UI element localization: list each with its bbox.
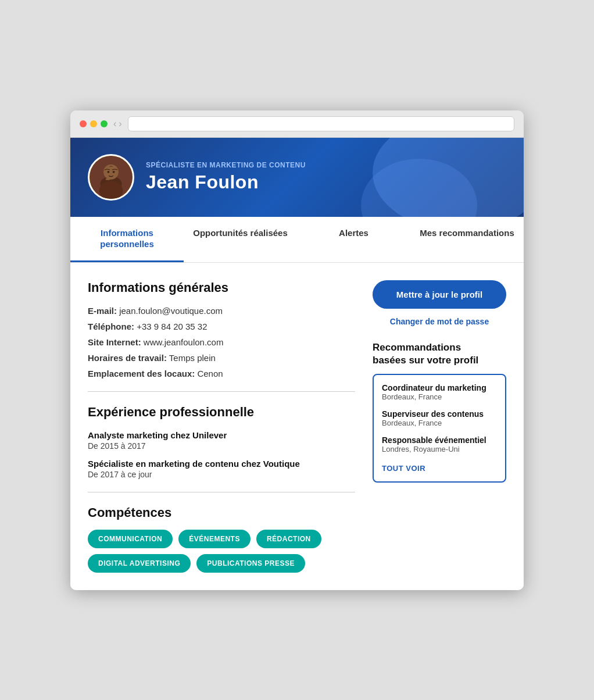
email-label: E-mail: xyxy=(88,306,117,316)
update-profile-button[interactable]: Mettre à jour le profil xyxy=(373,280,506,309)
website-label: Site Internet: xyxy=(88,337,141,347)
phone-label: Téléphone: xyxy=(88,322,134,331)
skills-tags: COMMUNICATION ÉVÉNEMENTS RÉDACTION DIGIT… xyxy=(88,530,355,573)
location-label: Emplacement des locaux: xyxy=(88,369,195,378)
forward-icon[interactable]: › xyxy=(119,119,121,129)
browser-dots xyxy=(80,120,108,127)
profile-header: SPÉCIALISTE EN MARKETING DE CONTENU Jean… xyxy=(70,138,524,217)
see-all-link[interactable]: TOUT VOIR xyxy=(382,464,425,473)
dot-red[interactable] xyxy=(80,120,87,127)
skill-evenements: ÉVÉNEMENTS xyxy=(178,530,251,548)
website-value: www.jeanfoulon.com xyxy=(144,337,224,347)
profile-subtitle: SPÉCIALISTE EN MARKETING DE CONTENU xyxy=(146,161,306,169)
address-bar[interactable] xyxy=(128,116,514,131)
divider-1 xyxy=(88,391,355,392)
tabs: Informations personnelles Opportunités r… xyxy=(70,217,524,263)
exp-title-1: Analyste marketing chez Unilever xyxy=(88,430,355,440)
browser-nav: ‹ › xyxy=(113,119,122,129)
divider-2 xyxy=(88,492,355,492)
tab-alertes[interactable]: Alertes xyxy=(297,217,410,262)
tab-opportunites-realisees[interactable]: Opportunités réalisées xyxy=(184,217,297,262)
rec-job-1: Coordinateur du marketing xyxy=(382,383,497,392)
exp-item-2: Spécialiste en marketing de contenu chez… xyxy=(88,459,355,479)
hours-value: Temps plein xyxy=(169,353,216,363)
skill-communication: COMMUNICATION xyxy=(88,530,173,548)
tab-informations-personnelles[interactable]: Informations personnelles xyxy=(70,217,184,262)
rec-item-2: Superviseur des contenus Bordeaux, Franc… xyxy=(382,409,497,427)
exp-dates-1: De 2015 à 2017 xyxy=(88,441,355,451)
profile-name: Jean Foulon xyxy=(146,172,306,193)
phone-row: Téléphone: +33 9 84 20 35 32 xyxy=(88,322,355,331)
svg-point-3 xyxy=(99,181,123,200)
rec-item-3: Responsable événementiel Londres, Royaum… xyxy=(382,435,497,453)
phone-value: +33 9 84 20 35 32 xyxy=(137,322,207,331)
browser-window: ‹ › SPÉCIALISTE EN MAR xyxy=(70,110,524,590)
location-row: Emplacement des locaux: Cenon xyxy=(88,369,355,378)
email-row: E-mail: jean.foulon@voutique.com xyxy=(88,306,355,316)
avatar xyxy=(88,154,134,201)
skill-publications-presse: PUBLICATIONS PRESSE xyxy=(196,554,305,573)
skill-digital-advertising: DIGITAL ADVERTISING xyxy=(88,554,191,573)
location-value: Cenon xyxy=(197,369,223,378)
recommendations-title: Recommandationsbasées sur votre profil xyxy=(373,341,506,367)
email-value: jean.foulon@voutique.com xyxy=(119,306,223,316)
rec-location-2: Bordeaux, France xyxy=(382,419,497,427)
recommendations-box: Coordinateur du marketing Bordeaux, Fran… xyxy=(373,374,506,483)
skills-section: Compétences COMMUNICATION ÉVÉNEMENTS RÉD… xyxy=(88,505,355,573)
skill-redaction: RÉDACTION xyxy=(256,530,321,548)
browser-chrome: ‹ › xyxy=(70,110,524,138)
dot-yellow[interactable] xyxy=(90,120,97,127)
hours-label: Horaires de travail: xyxy=(88,353,167,363)
change-password-link[interactable]: Changer de mot de passe xyxy=(373,317,506,326)
rec-item-1: Coordinateur du marketing Bordeaux, Fran… xyxy=(382,383,497,401)
tab-mes-recommandations[interactable]: Mes recommandations xyxy=(410,217,524,262)
left-column: Informations générales E-mail: jean.foul… xyxy=(88,280,355,573)
rec-job-3: Responsable événementiel xyxy=(382,435,497,445)
experience-title: Expérience professionnelle xyxy=(88,405,355,420)
svg-point-2 xyxy=(103,164,119,179)
rec-job-2: Superviseur des contenus xyxy=(382,409,497,419)
dot-green[interactable] xyxy=(101,120,108,127)
exp-dates-2: De 2017 à ce jour xyxy=(88,470,355,479)
rec-location-3: Londres, Royaume-Uni xyxy=(382,445,497,453)
svg-point-4 xyxy=(108,170,110,173)
rec-location-1: Bordeaux, France xyxy=(382,392,497,401)
experience-section: Expérience professionnelle Analyste mark… xyxy=(88,405,355,479)
skills-title: Compétences xyxy=(88,505,355,520)
back-icon[interactable]: ‹ xyxy=(113,119,116,129)
general-info-title: Informations générales xyxy=(88,280,355,295)
profile-info: SPÉCIALISTE EN MARKETING DE CONTENU Jean… xyxy=(146,161,306,193)
hours-row: Horaires de travail: Temps plein xyxy=(88,353,355,363)
svg-point-5 xyxy=(113,170,115,173)
exp-title-2: Spécialiste en marketing de contenu chez… xyxy=(88,459,355,469)
exp-item-1: Analyste marketing chez Unilever De 2015… xyxy=(88,430,355,451)
svg-rect-6 xyxy=(106,178,110,180)
general-info-section: Informations générales E-mail: jean.foul… xyxy=(88,280,355,378)
right-column: Mettre à jour le profil Changer de mot d… xyxy=(373,280,506,573)
website-row: Site Internet: www.jeanfoulon.com xyxy=(88,337,355,347)
main-content: Informations générales E-mail: jean.foul… xyxy=(70,263,524,590)
